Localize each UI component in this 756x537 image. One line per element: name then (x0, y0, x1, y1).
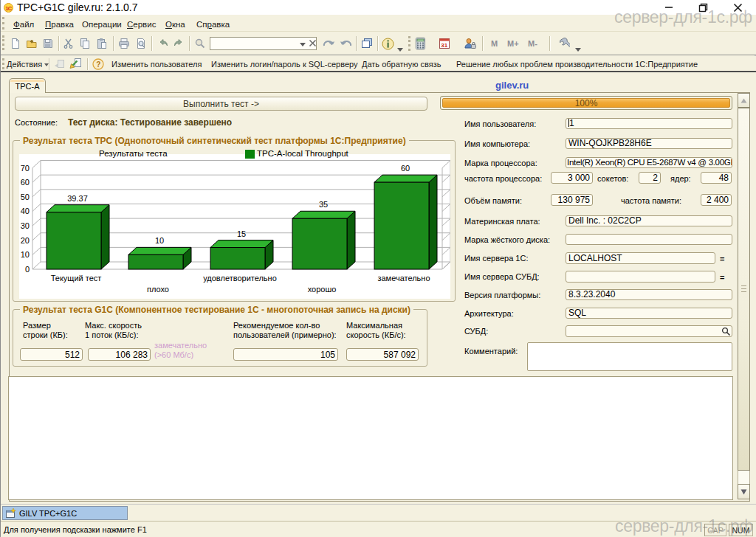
computer-field[interactable]: WIN-QOJKPB28H6E (566, 138, 732, 149)
solutions-button[interactable]: Решение любых проблем производительности… (456, 60, 698, 69)
mainboard-field[interactable]: Dell Inc. : 02C2CP (566, 215, 732, 226)
actions-menu-button[interactable]: Действия (7, 60, 49, 69)
status-label: Состояние: (15, 118, 58, 127)
g1c-rowsize-field[interactable]: 512 (20, 348, 83, 361)
hdd-field[interactable] (566, 234, 732, 245)
dbms-search-icon[interactable] (721, 327, 731, 336)
user-field[interactable]: 1 (566, 118, 732, 129)
toolbar-separator (549, 36, 551, 51)
dbms-field[interactable] (566, 325, 732, 337)
cores-field[interactable]: 48 (701, 172, 732, 184)
srvsql-label: Имя сервера СУБД: (464, 272, 540, 281)
menu-file[interactable]: Файл (13, 20, 34, 29)
feedback-button[interactable]: Дать обратную связь (362, 60, 441, 69)
platform-label: Версия платформы: (464, 291, 540, 299)
save-icon[interactable] (42, 38, 54, 49)
cpu-field[interactable]: Intel(R) Xeon(R) CPU E5-2687W v4 @ 3.00G… (566, 157, 732, 168)
scroll-up-icon[interactable] (738, 93, 750, 108)
wrench-dropdown-icon[interactable] (575, 44, 581, 53)
find-previous-icon[interactable] (340, 38, 351, 49)
group-tpc-title: Результат теста TPC (Однопоточный синтет… (20, 136, 409, 146)
platform-field[interactable]: 8.3.23.2040 (566, 289, 732, 300)
actionsbar-grip[interactable] (2, 58, 4, 69)
g1c-maxspeed1-field[interactable]: 106 283 (88, 348, 151, 361)
user-lock-icon[interactable] (464, 38, 475, 49)
legend-label: TPC-A-local Throughput (257, 149, 348, 158)
menu-service[interactable]: Сервис (127, 20, 156, 29)
windows-list-icon[interactable] (360, 38, 372, 49)
close-button[interactable] (727, 0, 748, 15)
svg-text:60: 60 (21, 178, 30, 187)
memory-minus-button[interactable]: M- (528, 39, 537, 48)
chart-title: Результаты теста (99, 149, 168, 158)
sockets-field[interactable]: 2 (639, 172, 661, 184)
scrollbar-track[interactable] (738, 471, 750, 484)
toolbar-grip[interactable] (2, 35, 4, 50)
search-icon[interactable] (194, 38, 206, 49)
memory-plus-button[interactable]: M+ (507, 39, 519, 48)
progress-fill: 100% (442, 98, 730, 108)
menu-edit[interactable]: Правка (45, 20, 74, 29)
application-window: 1 C TPC+G1C gilev.ru: 2.1.0.7 сервер-для… (0, 0, 756, 537)
tab-tpc-a[interactable]: TPC-A (9, 78, 46, 93)
new-document-icon[interactable] (10, 38, 21, 49)
form-scrollbar[interactable] (738, 93, 750, 499)
app-1c-icon: 1 C (4, 3, 13, 13)
srvsql-field[interactable] (566, 271, 715, 283)
menu-windows[interactable]: Окна (165, 20, 185, 29)
memory-recall-button[interactable]: M (491, 39, 498, 48)
search-dropdown-icon[interactable] (298, 39, 307, 48)
copy-icon[interactable] (79, 38, 91, 49)
search-input[interactable] (210, 37, 317, 50)
title-bar: 1 C TPC+G1C gilev.ru: 2.1.0.7 (1, 0, 756, 15)
restore-button[interactable] (693, 0, 713, 15)
memfreq-field[interactable]: 2 400 (701, 194, 732, 206)
menubar-grip[interactable] (2, 17, 4, 30)
clear-search-icon[interactable] (309, 39, 317, 47)
run-test-button[interactable]: Выполнить тест -> (15, 97, 427, 111)
scroll-down-icon[interactable] (738, 484, 750, 499)
window-tab-gilv[interactable]: GILV TPC+G1C (2, 506, 128, 520)
calendar-icon[interactable]: 31 (439, 38, 450, 49)
gilev-link[interactable]: gilev.ru (495, 80, 529, 91)
redo-icon[interactable] (173, 38, 185, 49)
arch-field[interactable]: SQL (566, 308, 732, 319)
help-icon[interactable]: ? (92, 58, 104, 70)
find-next-icon[interactable] (322, 38, 334, 49)
g1c-rowsize-label: Размерстроки (КБ): (23, 321, 68, 340)
minimize-button[interactable] (659, 0, 679, 15)
log-list[interactable] (8, 376, 733, 500)
open-file-icon[interactable] (26, 38, 38, 49)
toolbar-grip-2[interactable] (408, 36, 410, 51)
toolbar-separator (356, 36, 357, 51)
memory-field[interactable]: 130 975 (551, 194, 593, 206)
print-preview-icon[interactable] (135, 38, 147, 49)
comment-field[interactable] (527, 342, 732, 371)
info-dropdown-icon[interactable] (397, 44, 403, 53)
cpufreq-field[interactable]: 3 000 (551, 172, 593, 184)
paste-icon[interactable] (96, 38, 108, 49)
cut-icon[interactable] (63, 38, 75, 49)
g1c-users-label: Рекомендуемое кол-вопользователей (приме… (233, 321, 337, 340)
menu-help[interactable]: Справка (196, 20, 230, 29)
thumb-grip-icon (741, 285, 746, 292)
print-icon[interactable] (118, 38, 130, 49)
info-icon[interactable] (382, 38, 394, 49)
write-icon[interactable] (69, 58, 82, 69)
scrollbar-thumb[interactable] (738, 108, 750, 471)
g1c-users-field[interactable]: 105 (233, 348, 338, 361)
srv1c-field[interactable]: LOCALHOST (566, 252, 715, 264)
calculator-icon[interactable] (415, 38, 427, 49)
undo-icon[interactable] (157, 38, 169, 49)
client-area: TPC-A gilev.ru Выполнить тест -> 100% Со… (1, 72, 756, 504)
toolbar-separator (113, 36, 114, 51)
hdd-label: Марка жёсткого диска: (464, 235, 550, 244)
user-label: Имя пользователя: (464, 119, 536, 128)
settings-wrench-icon[interactable] (557, 38, 569, 49)
change-user-button[interactable]: Изменить пользователя (111, 60, 202, 69)
menu-operations[interactable]: Операции (82, 20, 122, 29)
caps-indicator: CAP (704, 524, 726, 536)
computer-label: Имя компьютера: (464, 139, 530, 148)
g1c-maxspeed-field[interactable]: 587 092 (346, 348, 419, 361)
change-sql-login-button[interactable]: Изменить логин/пароль к SQL-серверу (211, 60, 358, 69)
